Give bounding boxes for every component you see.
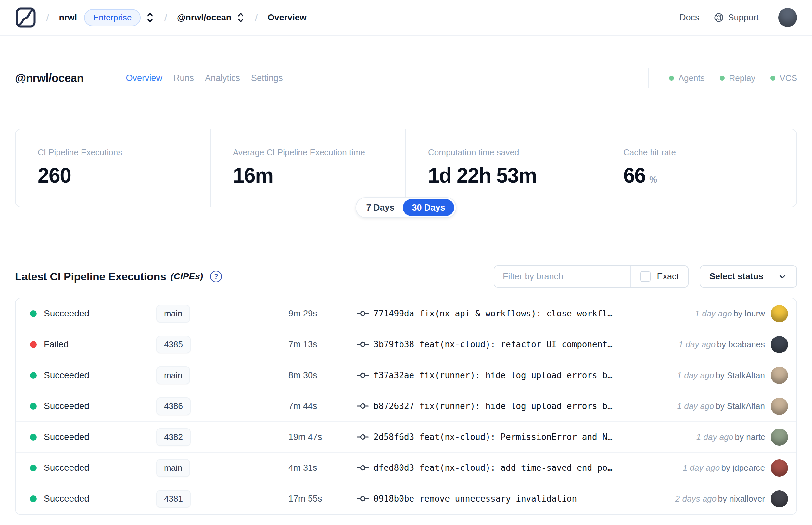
branch-badge[interactable]: 4381 [156, 490, 191, 508]
commit-message: 0918b0be remove unnecessary invalidation [373, 494, 577, 504]
stat-cards: CI Pipeline Executions 260 Average CI Pi… [15, 129, 797, 207]
duration-label: 7m 44s [288, 401, 357, 411]
status-select-dropdown[interactable]: Select status [700, 266, 797, 287]
avatar[interactable] [771, 305, 788, 322]
stat-value: 1d 22h 53m [428, 163, 537, 188]
git-commit-icon [357, 369, 369, 381]
duration-label: 19m 47s [288, 432, 357, 442]
top-navbar: / nrwl Enterprise / @nrwl/ocean / Overvi… [0, 0, 812, 36]
branch-filter-input[interactable] [494, 266, 630, 287]
status-cell: Succeeded [30, 308, 156, 319]
git-commit-icon [357, 308, 369, 320]
commit-cell: f37a32ae fix(runner): hide log upload er… [357, 369, 671, 381]
avatar[interactable] [771, 429, 788, 446]
duration-label: 9m 29s [288, 309, 357, 319]
breadcrumb-org[interactable]: nrwl [59, 13, 77, 23]
avatar[interactable] [771, 490, 788, 508]
commit-message: f37a32ae fix(runner): hide log upload er… [373, 370, 613, 380]
status-cell: Succeeded [30, 401, 156, 411]
feature-vcs: VCS [770, 73, 797, 83]
cipe-row[interactable]: Succeeded 4381 17m 55s 0918b0be remove u… [16, 483, 796, 514]
branch-badge[interactable]: main [156, 305, 190, 322]
avatar[interactable] [771, 460, 788, 477]
range-30-days[interactable]: 30 Days [403, 199, 454, 216]
status-dot-icon [30, 372, 37, 379]
avatar[interactable] [771, 336, 788, 353]
tab-overview[interactable]: Overview [126, 73, 163, 83]
date-range-toggle: 7 Days 30 Days [355, 197, 456, 218]
branch-cell: 4382 [156, 428, 288, 446]
branch-badge[interactable]: main [156, 366, 190, 384]
commit-message: 771499da fix(nx-api & workflows): close … [373, 309, 613, 318]
cipes-filters: Exact Select status [494, 266, 797, 287]
branch-cell: 4386 [156, 397, 288, 415]
duration-label: 17m 55s [288, 494, 357, 504]
commit-message: b8726327 fix(runner): hide log upload er… [373, 401, 613, 411]
cipe-row[interactable]: Succeeded main 4m 31s dfed80d3 feat(nx-c… [16, 452, 796, 483]
status-label: Succeeded [44, 308, 89, 319]
branch-filter-group: Exact [494, 266, 689, 287]
tab-analytics[interactable]: Analytics [205, 73, 240, 83]
cipe-row[interactable]: Failed 4385 7m 13s 3b79fb38 feat(nx-clou… [16, 329, 796, 360]
branch-cell: main [156, 459, 288, 477]
commit-hash: 771499da [373, 309, 414, 318]
cipe-row[interactable]: Succeeded main 9m 29s 771499da fix(nx-ap… [16, 298, 796, 329]
workspace-switcher-icon[interactable] [236, 12, 245, 23]
feature-replay: Replay [720, 73, 755, 83]
breadcrumb-workspace[interactable]: @nrwl/ocean [177, 13, 231, 23]
divider [104, 63, 104, 93]
branch-badge[interactable]: 4385 [156, 335, 191, 354]
stat-card-average-execution-time: Average CI Pipeline Execution time 16m [211, 129, 406, 207]
git-commit-icon [357, 338, 369, 350]
cipe-row[interactable]: Succeeded 4386 7m 44s b8726327 fix(runne… [16, 391, 796, 422]
branch-badge[interactable]: 4386 [156, 397, 191, 415]
range-7-days[interactable]: 7 Days [357, 199, 403, 216]
author-label: by nixallover [718, 494, 765, 504]
cipe-row[interactable]: Succeeded main 8m 30s f37a32ae fix(runne… [16, 360, 796, 391]
exact-label: Exact [657, 272, 679, 282]
user-avatar[interactable] [778, 8, 797, 27]
status-label: Succeeded [44, 401, 89, 411]
avatar[interactable] [771, 397, 788, 415]
commit-cell: dfed80d3 feat(nx-cloud): add time-saved … [357, 462, 676, 474]
commit-hash: 2d58f6d3 [373, 432, 414, 442]
time-ago-label: 1 day ago [696, 432, 733, 442]
stat-card-computation-time-saved: Computation time saved 1d 22h 53m [406, 129, 601, 207]
status-dot-icon [30, 341, 37, 348]
cipe-row[interactable]: Succeeded 4382 19m 47s 2d58f6d3 feat(nx-… [16, 422, 796, 452]
commit-cell: b8726327 fix(runner): hide log upload er… [357, 400, 671, 412]
exact-checkbox[interactable] [640, 271, 651, 282]
time-ago-label: 1 day ago [677, 401, 714, 411]
meta-cell: 1 day ago by lourw [695, 309, 765, 319]
status-label: Succeeded [44, 494, 89, 504]
nx-cloud-logo-icon[interactable] [15, 7, 36, 28]
status-dot-icon [720, 76, 725, 80]
cipe-table: Succeeded main 9m 29s 771499da fix(nx-ap… [15, 298, 797, 515]
org-switcher-icon[interactable] [146, 12, 154, 23]
status-cell: Succeeded [30, 432, 156, 442]
status-dot-icon [30, 434, 37, 440]
support-label: Support [728, 13, 759, 23]
support-link[interactable]: Support [714, 12, 759, 23]
stat-card-cache-hit-rate: Cache hit rate 66% [601, 129, 796, 207]
commit-hash: 3b79fb38 [373, 340, 414, 349]
duration-label: 4m 31s [288, 463, 357, 473]
branch-cell: 4385 [156, 335, 288, 354]
avatar[interactable] [771, 367, 788, 384]
git-commit-icon [357, 431, 369, 443]
exact-match-toggle[interactable]: Exact [630, 266, 688, 287]
docs-link[interactable]: Docs [679, 13, 700, 23]
tab-settings[interactable]: Settings [251, 73, 283, 83]
commit-message: 2d58f6d3 feat(nx-cloud): PermissionError… [373, 432, 613, 442]
author-label: by StalkAltan [716, 401, 765, 411]
meta-cell: 1 day ago by bcabanes [678, 340, 765, 349]
help-icon[interactable]: ? [210, 271, 222, 282]
branch-badge[interactable]: 4382 [156, 428, 191, 446]
time-ago-label: 1 day ago [677, 370, 714, 380]
tab-runs[interactable]: Runs [173, 73, 194, 83]
stat-value: 260 [38, 163, 71, 188]
branch-badge[interactable]: main [156, 459, 190, 477]
branch-cell: main [156, 305, 288, 322]
commit-hash: dfed80d3 [373, 463, 414, 473]
commit-cell: 2d58f6d3 feat(nx-cloud): PermissionError… [357, 431, 690, 443]
